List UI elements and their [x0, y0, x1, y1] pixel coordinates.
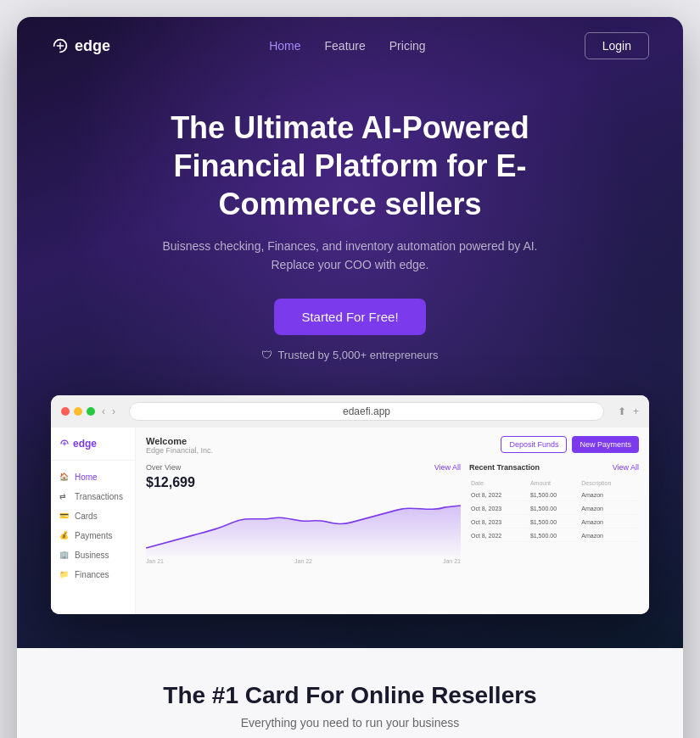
sidebar-item-cards[interactable]: 💳 Cards: [51, 506, 135, 526]
transactions-section: Recent Transaction View All Date Amount …: [469, 463, 639, 564]
hero-title: The Ultimate AI-Powered Financial Platfo…: [104, 109, 596, 223]
browser-mockup: ‹ › edaefi.app ⬆ +: [51, 395, 649, 614]
sidebar-item-business[interactable]: 🏢 Business: [51, 545, 135, 565]
sidebar-item-home[interactable]: 🏠 Home: [51, 467, 135, 487]
section-title: The #1 Card For Online Resellers: [51, 682, 649, 709]
login-button[interactable]: Login: [585, 32, 649, 59]
transactions-icon: ⇄: [59, 492, 70, 500]
table-row: Oct 8, 2023$1,500.00Amazon: [471, 517, 637, 528]
navbar: edge Home Feature Pricing Login: [17, 17, 683, 75]
payments-icon: 💰: [59, 531, 70, 540]
welcome-text: Welcome Edge Financial, Inc.: [146, 436, 213, 455]
app-logo-text: edge: [73, 438, 97, 450]
deposit-funds-button[interactable]: Deposit Funds: [501, 436, 567, 453]
app-logo-icon: [59, 439, 70, 449]
new-payments-button[interactable]: New Payments: [572, 436, 639, 453]
nav-item-home[interactable]: Home: [269, 38, 300, 53]
logo-icon: [51, 36, 70, 55]
view-all-balance[interactable]: View All: [434, 463, 461, 472]
col-date: Date: [471, 478, 529, 488]
app-logo-small: edge: [51, 438, 135, 461]
lower-section: The #1 Card For Online Resellers Everyth…: [17, 648, 683, 738]
chart-svg: [146, 497, 461, 556]
app-main: Welcome Edge Financial, Inc. Deposit Fun…: [136, 428, 649, 614]
nav-item-feature[interactable]: Feature: [325, 38, 366, 53]
browser-bar: ‹ › edaefi.app ⬆ +: [51, 395, 649, 428]
overview-label: Over View View All: [146, 463, 461, 472]
sidebar-item-transactions[interactable]: ⇄ Transactions: [51, 487, 135, 506]
hero-subtitle: Buisness checking, Finances, and invento…: [51, 237, 649, 275]
shield-icon: 🛡: [261, 349, 272, 361]
browser-url[interactable]: edaefi.app: [129, 402, 604, 421]
chart-dates: Jan 21 Jan 22 Jan 21: [146, 558, 461, 564]
sidebar-item-payments[interactable]: 💰 Payments: [51, 526, 135, 545]
hero-section: edge Home Feature Pricing Login The Ulti…: [17, 17, 683, 648]
trust-badge: 🛡 Trusted by 5,000+ entrepreneurs: [51, 349, 649, 361]
browser-dots: [61, 407, 95, 416]
dot-green: [87, 407, 95, 416]
chart-area: [146, 497, 461, 556]
business-icon: 🏢: [59, 551, 70, 559]
table-row: Oct 8, 2022$1,500.00Amazon: [471, 489, 637, 501]
table-row: Oct 8, 2023$1,500.00Amazon: [471, 503, 637, 515]
nav-links: Home Feature Pricing: [269, 38, 425, 53]
browser-actions: ⬆ +: [618, 405, 639, 417]
sidebar-item-finances[interactable]: 📁 Finances: [51, 565, 135, 584]
finances-icon: 📁: [59, 570, 70, 579]
balance-amount: $12,699: [146, 475, 461, 490]
add-tab-icon[interactable]: +: [633, 405, 639, 417]
browser-wrapper: ‹ › edaefi.app ⬆ +: [17, 378, 683, 648]
balance-chart: Over View View All $12,699: [146, 463, 461, 564]
browser-controls: ‹ ›: [102, 405, 115, 417]
hero-content: The Ultimate AI-Powered Financial Platfo…: [17, 75, 683, 378]
app-sidebar: edge 🏠 Home ⇄ Transactions 💳 Cards: [51, 428, 136, 614]
table-row: Oct 8, 2022$1,500.00Amazon: [471, 530, 637, 542]
logo-text: edge: [75, 37, 110, 55]
app-buttons: Deposit Funds New Payments: [501, 436, 639, 453]
view-all-transactions[interactable]: View All: [613, 463, 639, 472]
col-amount: Amount: [530, 478, 580, 488]
app-header-row: Welcome Edge Financial, Inc. Deposit Fun…: [146, 436, 639, 455]
share-icon[interactable]: ⬆: [618, 405, 626, 417]
section-subtitle: Everything you need to run your business: [51, 716, 649, 730]
back-icon[interactable]: ‹: [102, 405, 105, 417]
transactions-table: Date Amount Description Oct 8, 2022$1,50…: [469, 477, 639, 544]
transactions-header: Recent Transaction View All: [469, 463, 639, 472]
home-icon: 🏠: [59, 472, 70, 481]
logo: edge: [51, 36, 110, 55]
cta-button[interactable]: Started For Free!: [274, 299, 425, 335]
forward-icon[interactable]: ›: [112, 405, 115, 417]
col-description: Description: [581, 478, 637, 488]
page-wrapper: edge Home Feature Pricing Login The Ulti…: [17, 17, 683, 738]
overview-section: Over View View All $12,699: [146, 463, 639, 564]
browser-body: edge 🏠 Home ⇄ Transactions 💳 Cards: [51, 428, 649, 614]
dot-red: [61, 407, 70, 416]
dot-yellow: [74, 407, 82, 416]
cards-icon: 💳: [59, 512, 70, 520]
nav-item-pricing[interactable]: Pricing: [389, 38, 426, 53]
